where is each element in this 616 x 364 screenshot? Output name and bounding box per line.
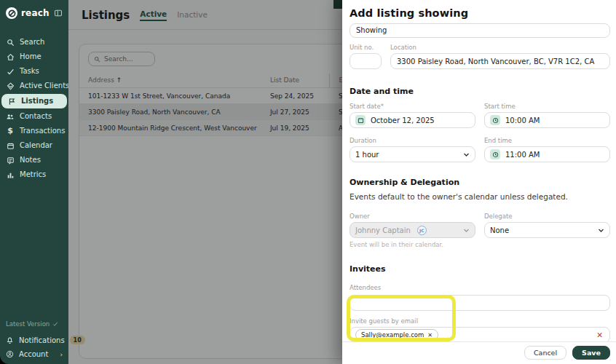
chevron-down-icon (463, 151, 470, 158)
unit-no-input[interactable] (350, 53, 382, 69)
home-icon (6, 53, 15, 61)
bar-chart-icon (6, 171, 15, 179)
calendar-icon (6, 142, 15, 150)
brand-name: reach (21, 8, 50, 18)
owner-label: Owner (350, 213, 475, 220)
flag-icon (7, 98, 16, 106)
sidebar-item-notes[interactable]: Notes (0, 153, 68, 167)
start-date-field[interactable]: October 12, 2025 (350, 112, 475, 128)
panel-footer: Cancel Save (342, 341, 616, 364)
duration-label: Duration (350, 137, 475, 144)
owner-helper-text: Event will be in their calendar. (350, 241, 475, 248)
email-chip: Sally@example.com ✕ (355, 329, 438, 341)
sidebar-item-label: Active Clients (20, 82, 69, 90)
app-window: reach Search Home Tasks Active Clients (0, 0, 616, 364)
owner-delegate-row: Owner Johnny Captain JC Event will be in… (350, 213, 610, 248)
calendar-icon (355, 115, 366, 125)
sidebar-item-search[interactable]: Search (0, 35, 68, 50)
sidebar-item-home[interactable]: Home (0, 50, 68, 64)
invite-guests-label: Invite guests by email (350, 317, 610, 325)
owner-value: Johnny Captain (355, 226, 411, 234)
sidebar-item-active-clients[interactable]: Active Clients (0, 79, 68, 93)
showing-type-input[interactable] (350, 23, 610, 38)
email-chip-text: Sally@example.com (361, 331, 424, 339)
sidebar-item-label: Search (20, 38, 44, 47)
invitees-heading: Invitees (350, 264, 609, 274)
ownership-heading: Ownership & Delegation (350, 178, 609, 187)
check-icon (6, 68, 15, 76)
delegate-select[interactable]: None (484, 222, 610, 238)
attendees-label: Attendees (350, 284, 610, 291)
chevron-down-icon (463, 227, 470, 234)
people-icon (6, 113, 15, 121)
start-time-value: 10:00 AM (505, 116, 540, 124)
owner-select: Johnny Captain JC (350, 222, 475, 238)
note-icon (6, 157, 15, 165)
account-label: Account (19, 350, 48, 358)
end-time-label: End time (484, 137, 610, 144)
start-date-value: October 12, 2025 (371, 116, 435, 124)
sidebar-item-tasks[interactable]: Tasks (0, 64, 68, 79)
attendees-field-wrap: Attendees (350, 284, 610, 311)
sidebar-item-listings[interactable]: Listings (1, 94, 67, 108)
clock-icon (490, 149, 500, 159)
date-time-heading: Date and time (350, 87, 609, 96)
sidebar-item-label: Notes (20, 156, 41, 165)
search-icon (6, 39, 15, 47)
version-check-icon (52, 321, 58, 327)
date-time-row-2: Duration 1 hour End time 11:00 AM (350, 137, 610, 162)
sidebar-logo-row: reach (0, 0, 68, 25)
chevron-right-icon: › (60, 351, 63, 358)
end-time-field[interactable]: 11:00 AM (484, 146, 610, 162)
sidebar-item-contacts[interactable]: Contacts (0, 109, 68, 124)
sidebar: reach Search Home Tasks Active Clients (0, 0, 68, 364)
notifications-label: Notifications (19, 336, 65, 344)
version-label: Latest Version (0, 320, 68, 333)
sidebar-item-label: Contacts (20, 112, 52, 121)
attendees-input[interactable] (350, 295, 610, 311)
sidebar-item-label: Tasks (20, 67, 39, 76)
account-icon (6, 350, 14, 358)
version-text: Latest Version (6, 320, 50, 328)
save-button[interactable]: Save (572, 346, 610, 360)
start-date-label: Start date* (350, 103, 475, 110)
sidebar-item-metrics[interactable]: Metrics (0, 167, 68, 182)
owner-avatar: JC (417, 226, 427, 235)
sidebar-item-calendar[interactable]: Calendar (0, 138, 68, 153)
dollar-icon: $ (6, 127, 15, 135)
sidebar-item-label: Calendar (20, 141, 52, 150)
end-time-value: 11:00 AM (505, 151, 540, 159)
ownership-description: Events default to the owner's calendar u… (350, 192, 609, 202)
unit-no-label: Unit no. (350, 44, 382, 51)
showing-field-wrap (350, 22, 610, 38)
location-input[interactable] (390, 53, 610, 69)
account-item[interactable]: Account › (0, 347, 68, 361)
clear-field-icon[interactable]: ✕ (596, 331, 603, 339)
sidebar-item-label: Home (20, 52, 42, 61)
modal-dim-overlay[interactable] (68, 0, 342, 364)
date-time-row-1: Start date* October 12, 2025 Start time … (350, 103, 610, 128)
sidebar-item-transactions[interactable]: $ Transactions (0, 124, 68, 138)
sidebar-item-label: Listings (21, 97, 53, 106)
cancel-button[interactable]: Cancel (524, 346, 566, 360)
unit-location-row: Unit no. Location (350, 44, 610, 70)
invite-guests-input[interactable]: Sally@example.com ✕ ✕ (350, 327, 610, 343)
clock-icon (490, 115, 500, 125)
sidebar-item-label: Metrics (20, 170, 46, 179)
notifications-item[interactable]: Notifications 10 (0, 333, 68, 347)
sidebar-footer: Latest Version Notifications 10 Account … (0, 320, 68, 361)
invite-guests-wrap: Invite guests by email Sally@example.com… (350, 317, 610, 343)
start-time-field[interactable]: 10:00 AM (484, 112, 610, 128)
chip-remove-icon[interactable]: ✕ (427, 332, 433, 339)
sidebar-collapse-icon[interactable] (54, 9, 63, 17)
add-listing-showing-panel: Add listing showing Unit no. Location Da… (342, 0, 616, 364)
location-label: Location (390, 44, 610, 51)
sidebar-item-label: Transactions (20, 127, 65, 135)
start-time-label: Start time (484, 103, 610, 110)
delegate-value: None (490, 226, 509, 234)
delegate-label: Delegate (484, 213, 610, 220)
sidebar-nav: Search Home Tasks Active Clients Listing… (0, 35, 68, 182)
duration-select[interactable]: 1 hour (350, 146, 475, 162)
reach-logo-icon (6, 7, 17, 19)
bell-icon (6, 336, 14, 344)
